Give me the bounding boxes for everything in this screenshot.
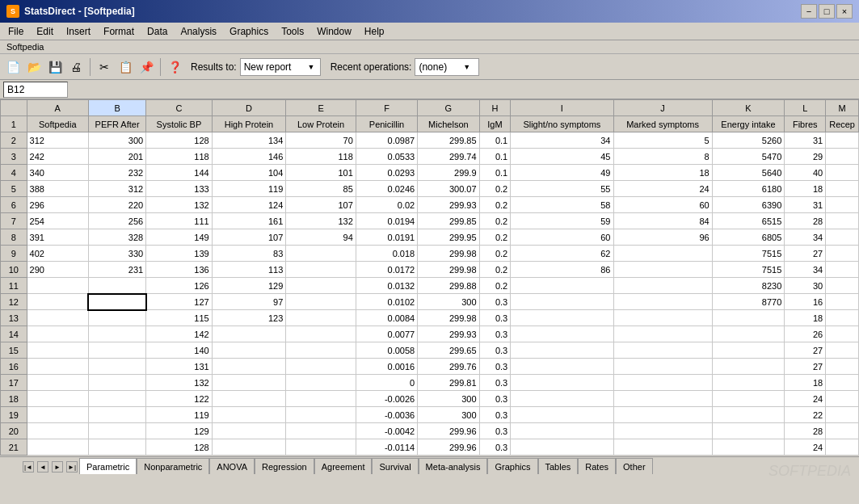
data-cell[interactable]: 0.2 [479, 246, 511, 262]
data-cell[interactable] [712, 407, 785, 423]
data-cell[interactable]: Slight/no symptoms [511, 116, 613, 132]
data-cell[interactable]: 28 [785, 213, 826, 229]
data-cell[interactable] [826, 423, 859, 439]
data-cell[interactable]: 300 [418, 391, 479, 407]
minimize-button[interactable]: − [801, 4, 817, 19]
col-header-a[interactable]: A [27, 100, 88, 116]
data-cell[interactable]: 18 [613, 165, 712, 181]
col-header-e[interactable]: E [286, 100, 356, 116]
data-cell[interactable]: 299.96 [418, 439, 479, 456]
tab-next-button[interactable]: ► [52, 461, 63, 472]
recent-dropdown[interactable]: (none) ▼ [415, 58, 479, 76]
data-cell[interactable]: 8230 [712, 278, 785, 294]
data-cell[interactable]: 86 [511, 262, 613, 278]
data-cell[interactable] [826, 342, 859, 359]
data-cell[interactable]: 300 [418, 294, 479, 310]
data-cell[interactable] [826, 359, 859, 375]
data-cell[interactable]: 0.3 [479, 407, 511, 423]
data-cell[interactable] [613, 326, 712, 342]
data-cell[interactable]: 299.98 [418, 310, 479, 326]
data-cell[interactable] [212, 342, 286, 359]
restore-button[interactable]: □ [819, 4, 835, 19]
data-cell[interactable]: 58 [511, 197, 613, 213]
data-cell[interactable]: Systolic BP [146, 116, 212, 132]
menu-item-edit[interactable]: Edit [30, 24, 60, 39]
data-cell[interactable] [27, 278, 88, 294]
data-cell[interactable] [27, 310, 88, 326]
data-cell[interactable]: 312 [27, 132, 88, 149]
data-cell[interactable]: 0.3 [479, 326, 511, 342]
data-cell[interactable]: 28 [785, 423, 826, 439]
data-cell[interactable]: Recep [826, 116, 859, 132]
data-cell[interactable]: 60 [613, 197, 712, 213]
data-cell[interactable]: 104 [212, 165, 286, 181]
data-cell[interactable]: 62 [511, 246, 613, 262]
data-cell[interactable] [613, 278, 712, 294]
data-cell[interactable]: 34 [511, 132, 613, 149]
data-cell[interactable]: Michelson [418, 116, 479, 132]
data-cell[interactable] [826, 294, 859, 310]
data-cell[interactable]: 132 [146, 375, 212, 391]
data-cell[interactable]: 0.0084 [356, 310, 417, 326]
tab-parametric[interactable]: Parametric [79, 458, 137, 474]
data-cell[interactable]: 146 [212, 149, 286, 165]
data-cell[interactable]: 133 [146, 181, 212, 197]
data-cell[interactable]: 134 [212, 132, 286, 149]
data-cell[interactable]: 60 [511, 229, 613, 246]
data-cell[interactable]: 139 [146, 246, 212, 262]
data-cell[interactable] [613, 423, 712, 439]
data-cell[interactable]: 124 [212, 197, 286, 213]
data-cell[interactable]: 132 [146, 197, 212, 213]
data-cell[interactable]: 299.98 [418, 246, 479, 262]
data-cell[interactable]: 84 [613, 213, 712, 229]
data-cell[interactable]: 5470 [712, 149, 785, 165]
data-cell[interactable]: 0.0102 [356, 294, 417, 310]
data-cell[interactable]: 0.0016 [356, 359, 417, 375]
data-cell[interactable]: 254 [27, 213, 88, 229]
data-cell[interactable]: 300 [88, 132, 145, 149]
data-cell[interactable]: 131 [146, 359, 212, 375]
data-cell[interactable]: 5640 [712, 165, 785, 181]
data-cell[interactable]: 290 [27, 262, 88, 278]
data-cell[interactable]: 300 [418, 407, 479, 423]
data-cell[interactable]: 201 [88, 149, 145, 165]
data-cell[interactable]: 27 [785, 342, 826, 359]
data-cell[interactable] [826, 213, 859, 229]
data-cell[interactable] [712, 310, 785, 326]
data-cell[interactable] [88, 375, 145, 391]
data-cell[interactable] [511, 423, 613, 439]
data-cell[interactable] [88, 310, 145, 326]
data-cell[interactable] [286, 375, 356, 391]
data-cell[interactable] [511, 294, 613, 310]
data-cell[interactable] [286, 246, 356, 262]
data-cell[interactable] [826, 439, 859, 456]
data-cell[interactable]: 0.2 [479, 197, 511, 213]
tab-prev-button[interactable]: ◄ [37, 461, 48, 472]
copy-button[interactable]: 📋 [116, 57, 135, 77]
menu-item-help[interactable]: Help [358, 24, 391, 39]
data-cell[interactable] [826, 149, 859, 165]
data-cell[interactable]: 101 [286, 165, 356, 181]
data-cell[interactable]: 85 [286, 181, 356, 197]
data-cell[interactable]: 299.88 [418, 278, 479, 294]
data-cell[interactable]: 296 [27, 197, 88, 213]
data-cell[interactable]: 59 [511, 213, 613, 229]
data-cell[interactable]: 7515 [712, 246, 785, 262]
data-cell[interactable]: -0.0042 [356, 423, 417, 439]
data-cell[interactable]: 330 [88, 246, 145, 262]
data-cell[interactable] [511, 326, 613, 342]
data-cell[interactable]: 126 [146, 278, 212, 294]
data-cell[interactable]: 128 [146, 132, 212, 149]
data-cell[interactable]: 0.2 [479, 229, 511, 246]
data-cell[interactable]: 128 [146, 439, 212, 456]
data-cell[interactable]: 312 [88, 181, 145, 197]
data-cell[interactable]: 299.95 [418, 229, 479, 246]
menu-item-data[interactable]: Data [141, 24, 174, 39]
tab-graphics[interactable]: Graphics [487, 458, 537, 474]
data-cell[interactable]: 388 [27, 181, 88, 197]
data-cell[interactable]: 34 [785, 262, 826, 278]
data-cell[interactable]: 0.3 [479, 391, 511, 407]
results-dropdown[interactable]: New report ▼ [240, 58, 321, 76]
data-cell[interactable]: 31 [785, 197, 826, 213]
data-cell[interactable]: 0.1 [479, 149, 511, 165]
